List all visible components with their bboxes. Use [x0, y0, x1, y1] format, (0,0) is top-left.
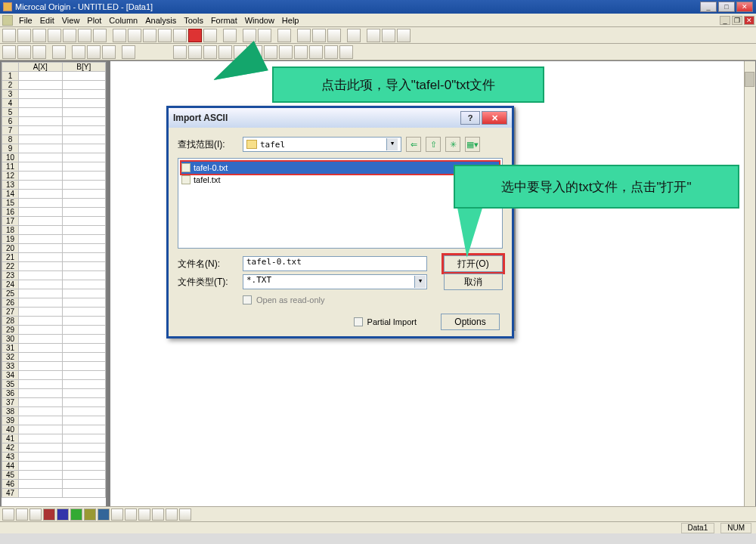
toolbar-icon[interactable]	[87, 45, 101, 59]
cell[interactable]	[19, 108, 63, 117]
toolbar-icon[interactable]	[93, 29, 107, 42]
cell[interactable]	[62, 335, 106, 344]
toolbar-icon[interactable]	[277, 29, 291, 42]
cell[interactable]	[62, 226, 106, 235]
cell[interactable]	[19, 262, 63, 271]
row-header[interactable]: 17	[2, 217, 19, 226]
menu-window[interactable]: Window	[241, 16, 278, 25]
toolbar-icon[interactable]	[2, 45, 16, 59]
cell[interactable]	[62, 153, 106, 162]
cell[interactable]	[62, 308, 106, 317]
filetype-combo[interactable]: *.TXT▾	[243, 274, 427, 289]
cell[interactable]	[62, 172, 106, 181]
cell[interactable]	[62, 471, 106, 480]
menu-format[interactable]: Format	[207, 16, 241, 25]
cell[interactable]	[19, 462, 63, 471]
toolbar-icon[interactable]	[48, 29, 61, 42]
column-header-b[interactable]: B[Y]	[62, 63, 106, 72]
toolbar-icon[interactable]	[347, 29, 361, 42]
row-header[interactable]: 34	[2, 371, 19, 380]
menu-tools[interactable]: Tools	[180, 16, 207, 25]
up-folder-button[interactable]: ⇧	[426, 137, 441, 152]
cell[interactable]	[19, 181, 63, 190]
row-header[interactable]: 8	[2, 135, 19, 144]
toolbar-icon[interactable]	[78, 29, 91, 42]
row-header[interactable]: 35	[2, 380, 19, 389]
row-header[interactable]: 1	[2, 72, 19, 81]
filename-input[interactable]: tafel-0.txt	[243, 256, 427, 271]
cell[interactable]	[62, 72, 106, 81]
toolbar-icon[interactable]	[188, 45, 202, 59]
row-header[interactable]: 29	[2, 326, 19, 335]
cell[interactable]	[19, 389, 63, 398]
cell[interactable]	[19, 416, 63, 425]
cell[interactable]	[62, 262, 106, 271]
graph-tool-icon[interactable]	[43, 508, 55, 521]
cell[interactable]	[19, 126, 63, 135]
cell[interactable]	[62, 489, 106, 498]
cell[interactable]	[19, 271, 63, 280]
row-header[interactable]: 37	[2, 398, 19, 407]
menu-edit[interactable]: Edit	[36, 16, 58, 25]
toolbar-icon[interactable]	[309, 45, 323, 59]
cell[interactable]	[19, 289, 63, 298]
toolbar-icon[interactable]	[367, 29, 380, 42]
import-ascii-button[interactable]	[188, 29, 202, 42]
back-button[interactable]: ⇐	[406, 137, 421, 152]
cell[interactable]	[19, 190, 63, 199]
lookin-combo[interactable]: tafel ▾	[243, 137, 401, 152]
row-header[interactable]: 20	[2, 244, 19, 253]
cell[interactable]	[19, 253, 63, 262]
toolbar-icon[interactable]	[382, 29, 395, 42]
open-button[interactable]: 打开(O)	[444, 255, 503, 272]
cell[interactable]	[19, 135, 63, 144]
toolbar-icon[interactable]	[324, 45, 338, 59]
file-item-selected[interactable]: tafel-0.txt	[181, 162, 499, 174]
row-header[interactable]: 23	[2, 271, 19, 280]
cell[interactable]	[19, 335, 63, 344]
cell[interactable]	[62, 208, 106, 217]
row-header[interactable]: 39	[2, 416, 19, 425]
cell[interactable]	[62, 135, 106, 144]
cell[interactable]	[62, 298, 106, 308]
doc-close-button[interactable]: ✕	[744, 16, 754, 25]
graph-tool-icon[interactable]	[84, 508, 96, 521]
graph-tool-icon[interactable]	[16, 508, 28, 521]
row-header[interactable]: 19	[2, 235, 19, 244]
cell[interactable]	[19, 153, 63, 162]
toolbar-icon[interactable]	[294, 45, 308, 59]
toolbar-icon[interactable]	[63, 29, 76, 42]
cell[interactable]	[19, 208, 63, 217]
cell[interactable]	[19, 308, 63, 317]
row-header[interactable]: 5	[2, 108, 19, 117]
row-header[interactable]: 28	[2, 317, 19, 326]
maximize-button[interactable]: □	[718, 2, 735, 12]
cell[interactable]	[62, 253, 106, 262]
row-header[interactable]: 45	[2, 471, 19, 480]
cell[interactable]	[62, 362, 106, 371]
cell[interactable]	[19, 326, 63, 335]
row-header[interactable]: 36	[2, 389, 19, 398]
cell[interactable]	[62, 117, 106, 126]
cell[interactable]	[62, 434, 106, 444]
cell[interactable]	[62, 190, 106, 199]
new-folder-button[interactable]: ✳	[445, 137, 460, 152]
cell[interactable]	[62, 280, 106, 289]
toolbar-icon[interactable]	[223, 29, 237, 42]
cell[interactable]	[62, 289, 106, 298]
cell[interactable]	[19, 380, 63, 389]
cell[interactable]	[62, 326, 106, 335]
cell[interactable]	[19, 489, 63, 498]
graph-tool-icon[interactable]	[29, 508, 42, 521]
toolbar-icon[interactable]	[173, 29, 187, 42]
cell[interactable]	[62, 271, 106, 280]
row-header[interactable]: 21	[2, 253, 19, 262]
graph-tool-icon[interactable]	[2, 508, 14, 521]
toolbar-icon[interactable]	[33, 45, 46, 59]
cell[interactable]	[19, 217, 63, 226]
cell[interactable]	[19, 226, 63, 235]
menu-column[interactable]: Column	[105, 16, 141, 25]
menu-plot[interactable]: Plot	[83, 16, 105, 25]
row-header[interactable]: 38	[2, 407, 19, 416]
toolbar-icon[interactable]	[33, 29, 46, 42]
